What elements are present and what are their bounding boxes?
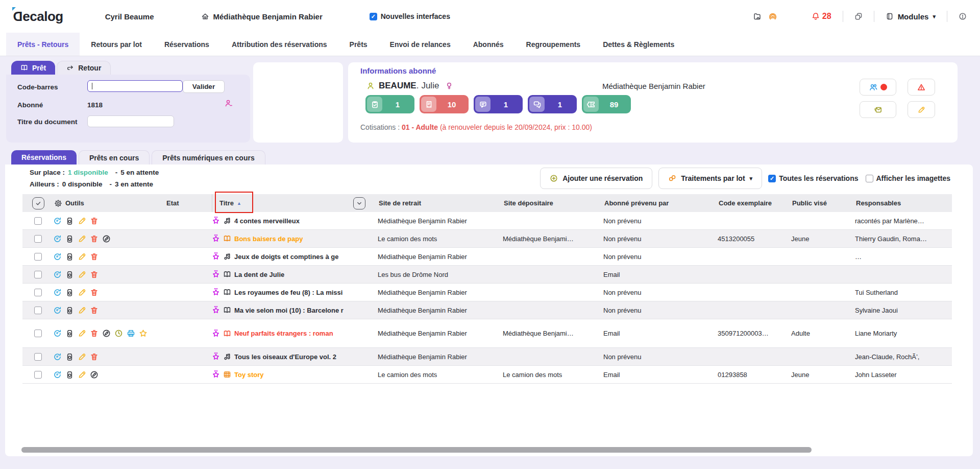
current-site[interactable]: Médiathèque Benjamin Rabier bbox=[201, 12, 323, 21]
table-row[interactable]: 4 contes merveilleux Médiathèque Benjami… bbox=[22, 212, 952, 230]
title-text[interactable]: Les royaumes de feu (8) : La missi bbox=[234, 289, 342, 296]
title-text[interactable]: Jeux de doigts et comptines à ge bbox=[234, 253, 338, 261]
row-checkbox[interactable] bbox=[34, 289, 42, 296]
batch-actions-button[interactable]: Traitements par lot ▾ bbox=[658, 168, 762, 189]
printer-tool-icon[interactable] bbox=[127, 329, 135, 338]
pencil-tool-icon[interactable] bbox=[78, 353, 86, 361]
filter-toutes-les-r-servations[interactable]: Toutes les réservations bbox=[768, 174, 858, 182]
renew-tool-icon[interactable] bbox=[53, 235, 62, 243]
table-row[interactable]: La dent de Julie Les bus de Drôme Nord E… bbox=[22, 266, 952, 284]
subscriber-badge[interactable]: 89 bbox=[582, 95, 631, 113]
nav-item-pr-ts[interactable]: Prêts bbox=[338, 33, 379, 56]
edit-subscriber-button[interactable] bbox=[908, 101, 935, 118]
title-text[interactable]: Neuf parfaits étrangers : roman bbox=[234, 330, 333, 337]
pencil-tool-icon[interactable] bbox=[78, 235, 86, 243]
renew-tool-icon[interactable] bbox=[53, 370, 62, 379]
trash-tool-icon[interactable] bbox=[90, 288, 99, 297]
clock-tool-icon[interactable] bbox=[114, 329, 123, 338]
subscriber-lastname[interactable]: BEAUME bbox=[379, 81, 416, 91]
horizontal-scrollbar[interactable] bbox=[21, 447, 812, 453]
item-tool-icon[interactable] bbox=[65, 217, 74, 225]
item-tool-icon[interactable] bbox=[65, 353, 74, 361]
nav-item-retours-par-lot[interactable]: Retours par lot bbox=[80, 33, 153, 56]
filter-checkbox[interactable] bbox=[866, 175, 873, 182]
current-user[interactable]: Cyril Beaume bbox=[105, 12, 154, 21]
nav-item-attribution-des-r-servations[interactable]: Attribution des réservations bbox=[220, 33, 338, 56]
title-text[interactable]: 4 contes merveilleux bbox=[234, 217, 300, 225]
row-checkbox[interactable] bbox=[34, 253, 42, 261]
item-tool-icon[interactable] bbox=[65, 329, 74, 338]
title-text[interactable]: Bons baisers de papy bbox=[234, 235, 303, 243]
item-tool-icon[interactable] bbox=[65, 235, 74, 243]
notifications-button[interactable]: 28 bbox=[812, 12, 831, 21]
row-checkbox[interactable] bbox=[34, 271, 42, 278]
item-tool-icon[interactable] bbox=[65, 306, 74, 315]
new-ui-checkbox[interactable] bbox=[370, 13, 377, 20]
help-icon[interactable] bbox=[959, 12, 967, 20]
title-text[interactable]: Toy story bbox=[234, 371, 264, 379]
subscriber-badge[interactable]: 1 bbox=[474, 95, 523, 113]
note-tool-icon[interactable] bbox=[90, 370, 99, 379]
renew-tool-icon[interactable] bbox=[53, 353, 62, 361]
pencil-tool-icon[interactable] bbox=[78, 306, 86, 315]
item-tool-icon[interactable] bbox=[65, 252, 74, 261]
folder-cloud-icon[interactable] bbox=[753, 12, 762, 20]
doc-title-input[interactable] bbox=[87, 115, 174, 127]
pencil-tool-icon[interactable] bbox=[78, 288, 86, 297]
row-checkbox[interactable] bbox=[34, 330, 42, 337]
filter-checkbox[interactable] bbox=[768, 175, 776, 182]
col-code-exemplaire[interactable]: Code exemplaire bbox=[718, 199, 791, 207]
renew-tool-icon[interactable] bbox=[53, 329, 62, 338]
modules-menu[interactable]: Modules ▾ bbox=[886, 12, 936, 21]
subscriber-badge[interactable]: 1 bbox=[365, 95, 414, 113]
pencil-tool-icon[interactable] bbox=[78, 217, 86, 225]
table-row[interactable]: Tous les oiseaux d'Europe vol. 2 Médiath… bbox=[22, 348, 952, 366]
table-row[interactable]: Bons baisers de papy Le camion des mots … bbox=[22, 230, 952, 248]
renew-tool-icon[interactable] bbox=[53, 288, 62, 297]
table-row[interactable]: Toy story Le camion des mots Le camion d… bbox=[22, 366, 952, 384]
windows-stack-icon[interactable] bbox=[854, 12, 863, 20]
validate-button[interactable]: Valider bbox=[183, 80, 225, 93]
renew-tool-icon[interactable] bbox=[53, 306, 62, 315]
nav-item-envoi-de-relances[interactable]: Envoi de relances bbox=[379, 33, 462, 56]
row-checkbox[interactable] bbox=[34, 371, 42, 379]
item-tool-icon[interactable] bbox=[65, 370, 74, 379]
nav-item-dettes-r-glements[interactable]: Dettes & Règlements bbox=[592, 33, 685, 56]
pencil-tool-icon[interactable] bbox=[78, 370, 86, 379]
col-etat[interactable]: Etat bbox=[158, 199, 212, 207]
send-message-button[interactable] bbox=[860, 101, 896, 118]
trash-tool-icon[interactable] bbox=[90, 235, 99, 243]
trash-tool-icon[interactable] bbox=[90, 353, 99, 361]
row-checkbox[interactable] bbox=[34, 217, 42, 225]
col-titre[interactable]: Titre▲ bbox=[212, 194, 352, 212]
select-all-button[interactable] bbox=[32, 197, 44, 209]
title-text[interactable]: La dent de Julie bbox=[234, 271, 284, 278]
add-reservation-button[interactable]: Ajouter une réservation bbox=[540, 168, 652, 189]
table-row[interactable]: Neuf parfaits étrangers : roman Médiathè… bbox=[22, 319, 952, 348]
tab-retour[interactable]: Retour bbox=[57, 61, 111, 75]
table-row[interactable]: Les royaumes de feu (8) : La missi Média… bbox=[22, 284, 952, 301]
tab-pret[interactable]: Prêt bbox=[11, 61, 55, 75]
pencil-tool-icon[interactable] bbox=[78, 329, 86, 338]
filter-afficher-les-imagettes[interactable]: Afficher les imagettes bbox=[866, 174, 951, 182]
pencil-tool-icon[interactable] bbox=[78, 252, 86, 261]
nav-item-regroupements[interactable]: Regroupements bbox=[515, 33, 592, 56]
trash-tool-icon[interactable] bbox=[90, 306, 99, 315]
subscriber-accounts-button[interactable] bbox=[860, 79, 896, 96]
table-row[interactable]: Ma vie selon moi (10) : Barcelone r Médi… bbox=[22, 301, 952, 319]
reservation-tab[interactable]: Réservations bbox=[11, 150, 77, 165]
row-checkbox[interactable] bbox=[34, 235, 42, 243]
star-tool-icon[interactable] bbox=[139, 329, 148, 338]
subscriber-badge[interactable]: 1 bbox=[528, 95, 577, 113]
renew-tool-icon[interactable] bbox=[53, 252, 62, 261]
table-row[interactable]: Jeux de doigts et comptines à ge Médiath… bbox=[22, 248, 952, 266]
col-abonne-prevenu[interactable]: Abonné prévenu par bbox=[603, 199, 718, 207]
trash-tool-icon[interactable] bbox=[90, 270, 99, 279]
barcode-input[interactable] bbox=[87, 80, 183, 92]
col-site-depositaire[interactable]: Site dépositaire bbox=[503, 199, 603, 207]
renew-tool-icon[interactable] bbox=[53, 270, 62, 279]
nav-item-pr-ts-retours[interactable]: Prêts - Retours bbox=[6, 33, 80, 56]
row-checkbox[interactable] bbox=[34, 307, 42, 314]
reservation-tab[interactable]: Prêts numériques en cours bbox=[152, 150, 265, 165]
row-checkbox[interactable] bbox=[34, 353, 42, 361]
